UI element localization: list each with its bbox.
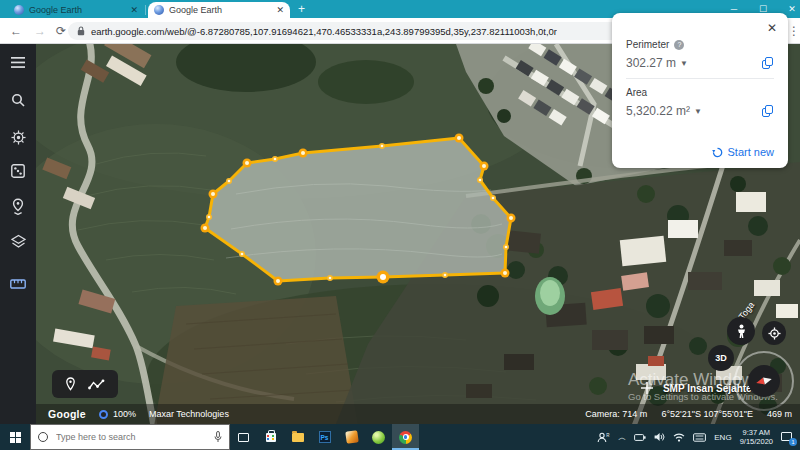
svg-text:R: R	[606, 432, 610, 437]
system-tray: R ︿ ENG 9:37 AM 9/15/	[597, 424, 800, 450]
help-icon[interactable]: ?	[674, 40, 684, 50]
imagery-ring-icon	[99, 410, 108, 419]
start-button[interactable]	[0, 424, 30, 450]
file-explorer-button[interactable]	[284, 424, 311, 450]
cortana-icon	[38, 432, 48, 442]
taskbar-search[interactable]	[30, 424, 230, 450]
tab-google-earth-1[interactable]: Google Earth ✕	[8, 2, 144, 18]
hidden-icons-chevron[interactable]: ︿	[618, 432, 626, 443]
measure-ruler-icon[interactable]	[0, 272, 36, 296]
earth-favicon	[14, 5, 24, 15]
draw-tools-pill	[52, 370, 118, 398]
wifi-icon[interactable]	[673, 433, 685, 442]
imagery-provider: Maxar Technologies	[149, 409, 229, 419]
earth-favicon	[154, 5, 164, 15]
map-status-bar: Google 100% Maxar Technologies Camera: 7…	[36, 404, 800, 424]
selected-vertex[interactable]	[377, 271, 390, 284]
cursor-coordinates: 6°52'21"S 107°55'01"E	[661, 409, 753, 419]
copy-perimeter-icon[interactable]	[762, 57, 774, 70]
menu-icon[interactable]	[0, 50, 36, 74]
compass-needle-icon	[752, 369, 776, 393]
forward-icon[interactable]: →	[34, 24, 46, 38]
people-icon[interactable]: R	[597, 432, 610, 443]
voyager-icon[interactable]	[0, 125, 36, 149]
3d-toggle-button[interactable]: 3D	[708, 345, 734, 371]
area-value: 5,320.22 m²	[626, 104, 690, 118]
imagery-percent: 100%	[113, 409, 136, 419]
new-tab-button[interactable]: +	[298, 2, 305, 16]
placemarks-pin-icon[interactable]	[0, 194, 36, 218]
unit-dropdown-icon[interactable]: ▼	[680, 59, 688, 68]
brush-app-button[interactable]	[338, 424, 365, 450]
my-location-button[interactable]	[762, 321, 786, 345]
compass-button[interactable]	[748, 365, 780, 397]
touch-keyboard-icon[interactable]	[693, 433, 706, 442]
google-logo: Google	[48, 408, 86, 420]
microphone-icon[interactable]	[214, 431, 222, 443]
chrome-button[interactable]	[392, 424, 419, 450]
windows-taskbar: Ps R ︿	[0, 424, 800, 450]
tab-title: Google Earth	[29, 5, 126, 15]
pegman-icon	[736, 324, 747, 339]
close-icon[interactable]: ✕	[767, 21, 777, 35]
draw-path-icon[interactable]	[88, 379, 105, 390]
start-new-button[interactable]: Start new	[712, 146, 774, 158]
url-text: earth.google.com/web/@-6.87280785,107.91…	[91, 26, 557, 37]
start-new-label: Start new	[728, 146, 774, 158]
back-icon[interactable]: ←	[10, 24, 22, 38]
tab-google-earth-2[interactable]: Google Earth ✕	[148, 2, 290, 18]
lock-icon	[77, 26, 85, 36]
tray-date: 9/15/2020	[740, 437, 773, 446]
language-indicator[interactable]: ENG	[714, 433, 731, 442]
notification-badge: 1	[789, 438, 797, 446]
refresh-icon[interactable]: ⟳	[56, 24, 66, 38]
search-input[interactable]	[54, 431, 208, 443]
target-icon	[768, 327, 781, 340]
map-style-layers-icon[interactable]	[0, 229, 36, 253]
camera-altitude: Camera: 714 m	[585, 409, 647, 419]
photoshop-button[interactable]: Ps	[311, 424, 338, 450]
restart-icon	[712, 147, 723, 158]
battery-icon[interactable]	[634, 433, 646, 442]
measurement-panel: ✕ Perimeter ? 302.27 m ▼ Area 5,320.22 m…	[612, 13, 788, 168]
3d-label: 3D	[715, 353, 727, 363]
unit-dropdown-icon[interactable]: ▼	[694, 107, 702, 116]
perimeter-label: Perimeter	[626, 39, 669, 50]
feeling-lucky-dice-icon[interactable]	[0, 159, 36, 183]
tab-title: Google Earth	[169, 5, 272, 15]
area-label: Area	[626, 87, 647, 98]
add-placemark-icon[interactable]	[65, 377, 76, 391]
ground-elevation: 469 m	[767, 409, 792, 419]
action-center-button[interactable]: 1	[781, 432, 794, 443]
copy-area-icon[interactable]	[762, 105, 774, 118]
tab-close-icon[interactable]: ✕	[276, 5, 284, 15]
windows-logo-icon	[10, 432, 21, 443]
taskbar-clock[interactable]: 9:37 AM 9/15/2020	[740, 428, 773, 447]
volume-icon[interactable]	[654, 432, 665, 442]
tray-time: 9:37 AM	[740, 428, 773, 437]
earth-sidebar	[0, 44, 36, 424]
pegman-button[interactable]	[727, 317, 755, 345]
perimeter-value: 302.27 m	[626, 56, 676, 70]
browser-menu-icon[interactable]: ⋮	[788, 24, 800, 38]
microsoft-store-button[interactable]	[257, 424, 284, 450]
screen: Google Earth ✕ Google Earth ✕ + ─ ☐ ✕ ← …	[0, 0, 800, 450]
task-view-button[interactable]	[230, 424, 257, 450]
tab-close-icon[interactable]: ✕	[130, 5, 138, 15]
green-globe-app-button[interactable]	[365, 424, 392, 450]
search-icon[interactable]	[0, 88, 36, 112]
